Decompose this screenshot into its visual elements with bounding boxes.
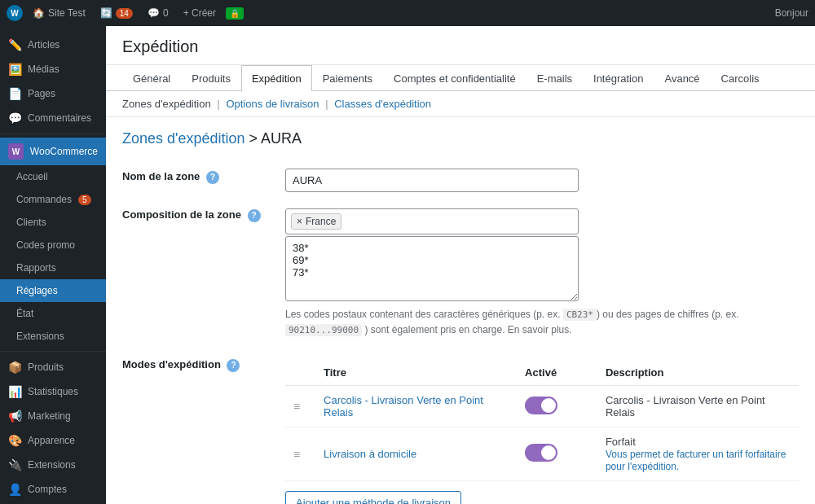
tab-comptes[interactable]: Comptes et confidentialité (383, 65, 526, 91)
marketing-icon: 📢 (8, 410, 21, 423)
breadcrumb-arrow: > (249, 130, 262, 147)
site-name[interactable]: 🏠 Site Test (28, 7, 90, 19)
active-col-header: Activé (517, 360, 597, 386)
table-row: ≡ Carcolis - Livraison Verte en Point Re… (285, 386, 799, 427)
extensions-icon: 🔌 (8, 458, 21, 471)
postal-description: Les codes postaux contenant des caractèr… (285, 307, 799, 337)
pages-icon: 📄 (8, 87, 21, 100)
admin-bar: W 🏠 Site Test 🔄 14 💬 0 + Créer 🔒 Bonjour (0, 0, 815, 26)
composition-tag-input[interactable]: × France (285, 208, 579, 234)
comments-item[interactable]: 💬 0 (143, 7, 174, 19)
new-button[interactable]: + Créer (178, 7, 221, 19)
toggle-track-2 (525, 444, 557, 462)
table-header-row: Titre Activé Description (285, 360, 799, 386)
france-tag-remove: × (297, 216, 302, 227)
method-desc-domicile-sub: Vous permet de facturer un tarif forfait… (606, 449, 786, 472)
composition-help-icon[interactable]: ? (248, 209, 261, 222)
drag-handle-2[interactable]: ≡ (293, 448, 300, 461)
sidebar: ✏️ Articles 🖼️ Médias 📄 Pages 💬 Commenta… (0, 26, 106, 504)
toggle-track-1 (525, 397, 557, 414)
tab-avance[interactable]: Avancé (654, 65, 710, 91)
commentaires-icon: 💬 (8, 112, 21, 125)
sidebar-item-commentaires[interactable]: 💬 Commentaires (0, 106, 106, 130)
drag-handle-1[interactable]: ≡ (293, 400, 300, 413)
sidebar-item-codes-promo[interactable]: Codes promo (0, 234, 106, 256)
breadcrumb-parent-link[interactable]: Zones d'expédition (122, 130, 245, 147)
sidebar-item-articles[interactable]: ✏️ Articles (0, 33, 106, 57)
sidebar-item-clients[interactable]: Clients (0, 211, 106, 234)
tab-produits[interactable]: Produits (181, 65, 241, 91)
sidebar-item-reglages[interactable]: Réglages (0, 279, 106, 302)
tab-emails[interactable]: E-mails (526, 65, 583, 91)
comments-icon: 💬 (148, 7, 160, 19)
subnav-link-options[interactable]: Options de livraison (226, 98, 319, 110)
sidebar-item-apparence[interactable]: 🎨 Apparence (0, 428, 106, 453)
comptes-icon: 👤 (8, 483, 21, 496)
howdy-user: Bonjour (775, 7, 808, 19)
postal-code-example1: CB23* (563, 309, 597, 321)
breadcrumb-current: AURA (261, 130, 302, 147)
sidebar-item-woocommerce[interactable]: W WooCommerce (0, 138, 106, 165)
sidebar-item-accueil[interactable]: Accueil (0, 165, 106, 188)
breadcrumb-heading: Zones d'expédition > AURA (122, 130, 799, 147)
sidebar-item-pages[interactable]: 📄 Pages (0, 81, 106, 106)
modes-label: Modes d'expédition (122, 358, 221, 370)
add-method-button[interactable]: Ajouter une méthode de livraison (285, 491, 461, 504)
wp-logo-icon[interactable]: W (7, 5, 23, 21)
produits-icon: 📦 (8, 361, 21, 374)
page-header: Expédition (106, 26, 815, 65)
updates-item[interactable]: 🔄 14 (95, 7, 138, 19)
sidebar-item-extensions[interactable]: 🔌 Extensions (0, 453, 106, 477)
postal-codes-textarea[interactable]: 38* 69* 73* (285, 236, 579, 301)
woo-logo-icon: W (8, 143, 24, 160)
apparence-icon: 🎨 (8, 434, 21, 447)
separator-1: | (217, 98, 219, 110)
articles-icon: ✏️ (8, 38, 21, 51)
composition-label: Composition de la zone (122, 208, 241, 221)
method-desc-carcolis: Carcolis - Livraison Verte en Point Rela… (606, 394, 765, 419)
tab-paiements[interactable]: Paiements (312, 65, 383, 91)
subnav-current: Zones d'expédition (122, 98, 211, 110)
form-table: Nom de la zone ? Composition de la zone … (122, 160, 799, 504)
sub-nav: Zones d'expédition | Options de livraiso… (106, 91, 815, 117)
updates-icon: 🔄 (100, 7, 112, 19)
sidebar-item-rapports[interactable]: Rapports (0, 256, 106, 279)
statistiques-icon: 📊 (8, 385, 21, 398)
tab-integration[interactable]: Intégration (583, 65, 654, 91)
sidebar-item-statistiques[interactable]: 📊 Statistiques (0, 379, 106, 404)
medias-icon: 🖼️ (8, 63, 21, 76)
sidebar-item-medias[interactable]: 🖼️ Médias (0, 57, 106, 81)
sidebar-item-commandes[interactable]: Commandes 5 (0, 188, 106, 211)
tabs-nav: Général Produits Expédition Paiements Co… (106, 65, 815, 91)
nom-zone-label: Nom de la zone (122, 170, 200, 182)
sidebar-item-etat[interactable]: État (0, 302, 106, 325)
toggle-carcolis[interactable] (525, 397, 557, 414)
subnav-link-classes[interactable]: Classes d'expédition (334, 98, 431, 110)
tab-general[interactable]: Général (122, 65, 181, 91)
table-row: ≡ Livraison à domicile (285, 427, 799, 481)
nom-zone-help-icon[interactable]: ? (206, 171, 219, 184)
tab-expedition[interactable]: Expédition (241, 65, 312, 91)
nom-zone-row: Nom de la zone ? (122, 160, 799, 200)
method-link-domicile[interactable]: Livraison à domicile (324, 448, 416, 460)
separator-2: | (325, 98, 328, 110)
main-content: Expédition Général Produits Expédition P… (106, 26, 815, 504)
method-desc-domicile: Forfait (606, 436, 636, 448)
sidebar-item-marketing[interactable]: 📢 Marketing (0, 404, 106, 428)
toggle-domicile[interactable] (525, 444, 557, 462)
france-tag: × France (291, 213, 341, 230)
postal-range-example: 90210...99000 (285, 324, 362, 336)
nom-zone-input[interactable] (285, 169, 579, 192)
composition-zone-row: Composition de la zone ? × France 38* 69… (122, 200, 799, 345)
ssl-lock-icon: 🔒 (226, 7, 244, 20)
tab-carcolis[interactable]: Carcolis (711, 65, 770, 91)
sidebar-item-comptes[interactable]: 👤 Comptes (0, 477, 106, 502)
toggle-thumb-1 (541, 398, 556, 413)
modes-help-icon[interactable]: ? (227, 359, 240, 372)
modes-expedition-row: Modes d'expédition ? Titre Activé (122, 345, 799, 504)
sidebar-item-extensions-woo[interactable]: Extensions (0, 325, 106, 348)
method-link-carcolis[interactable]: Carcolis - Livraison Verte en Point Rela… (324, 394, 483, 419)
drag-col-header (285, 360, 315, 386)
home-icon: 🏠 (33, 7, 45, 19)
sidebar-item-produits[interactable]: 📦 Produits (0, 355, 106, 379)
